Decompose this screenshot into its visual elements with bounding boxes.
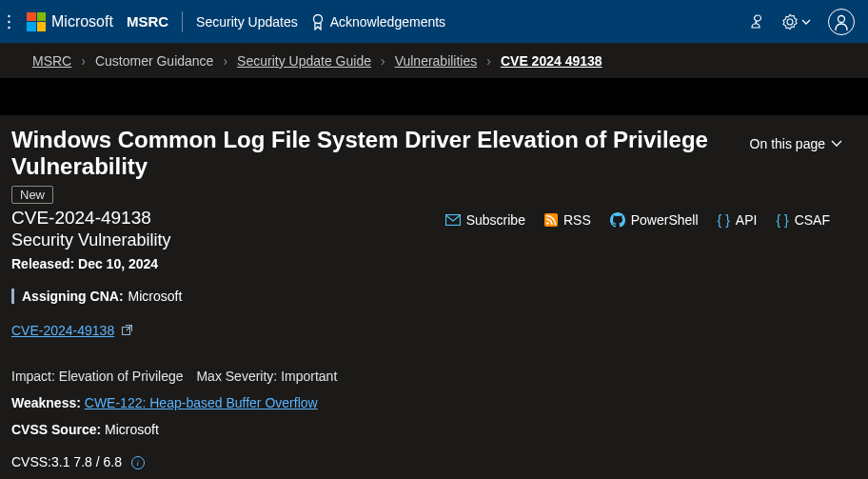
impact-label: Impact:: [11, 369, 55, 384]
header-right: [750, 9, 860, 35]
grip-icon: [8, 14, 13, 30]
released-date: Released: Dec 10, 2024: [11, 256, 857, 271]
microsoft-logo[interactable]: Microsoft: [27, 12, 113, 31]
top-header: Microsoft MSRC Security Updates Acknowle…: [0, 0, 868, 43]
cve-external-link[interactable]: CVE-2024-49138: [11, 323, 857, 338]
chevron-right-icon: ›: [486, 53, 491, 69]
acknowledgements-text: Acknowledgements: [330, 14, 445, 30]
weakness-label: Weakness:: [11, 395, 81, 410]
bc-current[interactable]: CVE 2024 49138: [501, 53, 602, 69]
cvss-source-field: CVSS Source: Microsoft: [11, 422, 857, 437]
braces-icon: { }: [776, 212, 788, 228]
settings-button[interactable]: [782, 14, 811, 30]
svg-point-2: [8, 26, 10, 28]
bc-vulnerabilities[interactable]: Vulnerabilities: [395, 53, 478, 69]
cve-link-text[interactable]: CVE-2024-49138: [11, 323, 114, 338]
cwe-link[interactable]: CWE-122: Heap-based Buffer Overflow: [85, 395, 318, 410]
main-content: Windows Common Log File System Driver El…: [0, 115, 868, 479]
breadcrumb: MSRC › Customer Guidance › Security Upda…: [0, 43, 868, 79]
account-button[interactable]: [828, 9, 855, 35]
chevron-right-icon: ›: [81, 53, 86, 69]
cna-value: Microsoft: [128, 289, 183, 304]
gear-icon: [782, 14, 798, 30]
chevron-right-icon: ›: [223, 53, 227, 69]
info-icon[interactable]: i: [131, 456, 145, 469]
svg-point-3: [313, 14, 322, 23]
severity-value: Important: [281, 369, 337, 384]
github-icon: [610, 212, 625, 228]
severity-label: Max Severity:: [196, 369, 277, 384]
spacer: [0, 79, 868, 115]
powershell-link[interactable]: PowerShell: [610, 212, 699, 228]
bc-customer-guidance: Customer Guidance: [95, 53, 214, 69]
rss-link[interactable]: RSS: [544, 212, 591, 228]
bc-msrc[interactable]: MSRC: [32, 53, 71, 69]
rss-icon: [544, 213, 558, 227]
svg-point-0: [8, 14, 10, 16]
cvss-source-label: CVSS Source:: [11, 422, 101, 437]
svg-point-7: [546, 222, 549, 225]
ms-logo-icon: [27, 12, 46, 31]
api-link[interactable]: { } API: [718, 212, 758, 228]
assigning-cna: Assigning CNA: Microsoft: [11, 289, 857, 304]
header-left: Microsoft MSRC Security Updates Acknowle…: [8, 11, 445, 32]
mail-icon: [445, 214, 461, 226]
chevron-down-icon: [801, 19, 811, 25]
csaf-text: CSAF: [795, 212, 830, 228]
subscribe-text: Subscribe: [466, 212, 525, 228]
cvss-score-field: CVSS:3.1 7.8 / 6.8 i: [11, 454, 857, 469]
person-feedback-icon: [750, 14, 765, 30]
svg-point-4: [838, 15, 845, 22]
on-this-page-label: On this page: [750, 136, 825, 151]
braces-icon: { }: [718, 212, 730, 228]
header-separator: [182, 11, 183, 32]
new-badge: New: [11, 186, 53, 204]
on-this-page-toggle[interactable]: On this page: [750, 136, 857, 151]
brand-text: Microsoft: [51, 13, 113, 30]
external-link-icon: [122, 323, 132, 338]
powershell-text: PowerShell: [631, 212, 699, 228]
ribbon-icon: [311, 13, 325, 30]
subscribe-link[interactable]: Subscribe: [445, 212, 525, 228]
title-row: Windows Common Log File System Driver El…: [11, 127, 857, 250]
chevron-right-icon: ›: [381, 53, 385, 69]
cvss-source-value: Microsoft: [105, 422, 159, 437]
rss-text: RSS: [563, 212, 591, 228]
acknowledgements-link[interactable]: Acknowledgements: [311, 13, 445, 30]
feedback-button[interactable]: [750, 14, 765, 30]
svg-point-1: [8, 20, 10, 22]
person-icon: [834, 13, 849, 30]
cvss-score: CVSS:3.1 7.8 / 6.8: [11, 454, 122, 469]
msrc-link[interactable]: MSRC: [127, 13, 168, 30]
vulnerability-type: Security Vulnerability: [11, 230, 750, 250]
cna-label: Assigning CNA:: [22, 289, 124, 304]
impact-value: Elevation of Privilege: [59, 369, 184, 384]
chevron-down-icon: [831, 140, 842, 148]
page-title: Windows Common Log File System Driver El…: [11, 127, 750, 180]
bc-security-update-guide[interactable]: Security Update Guide: [237, 53, 371, 69]
csaf-link[interactable]: { } CSAF: [776, 212, 830, 228]
impact-severity-row: Impact: Elevation of Privilege Max Sever…: [11, 369, 857, 384]
api-text: API: [736, 212, 758, 228]
weakness-field: Weakness: CWE-122: Heap-based Buffer Ove…: [11, 395, 857, 410]
security-updates-link[interactable]: Security Updates: [196, 14, 298, 30]
